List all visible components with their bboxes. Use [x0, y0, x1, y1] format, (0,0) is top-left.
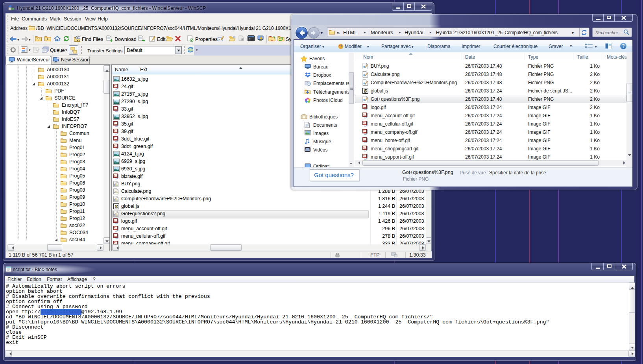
svg-text:x: x	[219, 38, 220, 41]
svg-text:?: ?	[622, 43, 625, 49]
svg-text:S: S	[115, 203, 118, 209]
svg-text:S: S	[364, 88, 367, 94]
svg-text:>_: >_	[249, 37, 253, 41]
